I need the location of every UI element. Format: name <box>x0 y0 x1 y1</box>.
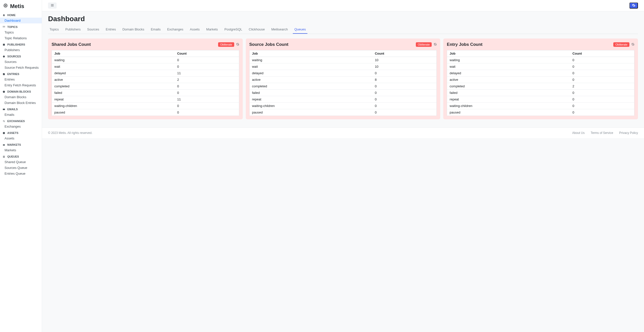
cell-count: 8 <box>372 77 437 83</box>
sidebar-item-assets[interactable]: Assets <box>0 135 42 141</box>
brand-text: Metis <box>10 3 24 10</box>
section-queues: QUEUES <box>0 153 42 159</box>
table-row: paused0 <box>447 109 634 116</box>
table-row: waiting-children0 <box>249 103 437 109</box>
tab-meilisearch[interactable]: Meilisearch <box>270 25 289 34</box>
table-row: failed0 <box>249 90 437 96</box>
tab-assets[interactable]: Assets <box>188 25 201 34</box>
tab-topics[interactable]: Topics <box>48 25 60 34</box>
sidebar-item-markets[interactable]: Markets <box>0 147 42 153</box>
cell-job: completed <box>52 83 175 90</box>
cell-job: wait <box>52 63 175 70</box>
obliterate-button[interactable]: Obliterate <box>613 42 629 47</box>
table-row: completed0 <box>52 83 239 90</box>
cell-job: waiting <box>52 57 175 63</box>
cell-count: 2 <box>175 77 239 83</box>
table-row: repeat0 <box>249 96 437 103</box>
cell-job: repeat <box>52 96 175 103</box>
svg-rect-11 <box>3 108 5 110</box>
cell-job: failed <box>447 90 570 96</box>
cell-count: 0 <box>372 90 437 96</box>
brand[interactable]: Metis <box>0 0 42 12</box>
section-publishers: PUBLISHERS <box>0 41 42 47</box>
svg-point-0 <box>5 5 6 6</box>
cell-count: 10 <box>372 63 437 70</box>
sidebar-item-domain-blocks[interactable]: Domain Blocks <box>0 94 42 100</box>
tab-exchanges[interactable]: Exchanges <box>166 25 185 34</box>
table-row: paused0 <box>52 109 239 116</box>
footer-link-about[interactable]: About Us <box>572 131 585 135</box>
sidebar-item-emails[interactable]: Emails <box>0 112 42 118</box>
tab-emails[interactable]: Emails <box>149 25 162 34</box>
cell-job: waiting-children <box>447 103 570 109</box>
cell-count: 11 <box>175 70 239 77</box>
sidebar-item-sources[interactable]: Sources <box>0 59 42 65</box>
table-row: wait10 <box>249 63 437 70</box>
sidebar-item-dashboard[interactable]: Dashboard <box>0 18 42 23</box>
obliterate-button[interactable]: Obliterate <box>416 42 432 47</box>
cell-count: 0 <box>570 70 634 77</box>
cell-job: delayed <box>447 70 570 77</box>
card-title: Entry Jobs Count <box>447 42 482 47</box>
svg-rect-15 <box>3 157 5 157</box>
footer-link-terms[interactable]: Terms of Service <box>591 131 613 135</box>
cell-job: active <box>249 77 372 83</box>
sidebar-item-sources-queue[interactable]: Sources Queue <box>0 165 42 171</box>
cell-count: 0 <box>570 57 634 63</box>
content: Dashboard TopicsPublishersSourcesEntries… <box>42 11 644 123</box>
settings-button[interactable] <box>629 3 638 9</box>
table-row: repeat11 <box>52 96 239 103</box>
table-row: failed0 <box>52 90 239 96</box>
sidebar-item-entry-fetch[interactable]: Entry Fetch Requests <box>0 82 42 88</box>
cell-count: 0 <box>570 77 634 83</box>
refresh-icon[interactable] <box>236 43 239 47</box>
cell-job: waiting-children <box>52 103 175 109</box>
col-job: Job <box>52 50 175 57</box>
svg-rect-4 <box>5 26 5 26</box>
section-home: HOME <box>0 12 42 18</box>
sidebar-item-publishers[interactable]: Publishers <box>0 47 42 53</box>
sidebar-item-topic-relations[interactable]: Topic Relations <box>0 35 42 41</box>
main: Dashboard TopicsPublishersSourcesEntries… <box>42 0 644 332</box>
svg-point-10 <box>3 91 5 93</box>
table-row: delayed11 <box>52 70 239 77</box>
table-row: repeat0 <box>447 96 634 103</box>
table-row: delayed0 <box>249 70 437 77</box>
cell-job: completed <box>447 83 570 90</box>
cell-count: 0 <box>372 103 437 109</box>
table-row: waiting-children0 <box>52 103 239 109</box>
obliterate-button[interactable]: Obliterate <box>218 42 234 47</box>
topbar <box>42 0 644 11</box>
cell-job: repeat <box>249 96 372 103</box>
cell-count: 0 <box>570 90 634 96</box>
footer-link-privacy[interactable]: Privacy Policy <box>619 131 638 135</box>
sidebar-item-shared-queue[interactable]: Shared Queue <box>0 159 42 165</box>
sidebar-item-source-fetch[interactable]: Source Fetch Requests <box>0 65 42 70</box>
sidebar-item-domain-block-entries[interactable]: Domain Block Entries <box>0 100 42 106</box>
col-job: Job <box>249 50 372 57</box>
cell-count: 0 <box>175 83 239 90</box>
tab-entries[interactable]: Entries <box>104 25 117 34</box>
sidebar-item-topics[interactable]: Topics <box>0 29 42 35</box>
tab-markets[interactable]: Markets <box>205 25 219 34</box>
footer-links: About Us Terms of Service Privacy Policy <box>572 131 638 135</box>
section-markets: MARKETS <box>0 141 42 147</box>
tab-queues[interactable]: Queues <box>293 25 307 34</box>
tab-sources[interactable]: Sources <box>86 25 101 34</box>
cell-count: 0 <box>372 96 437 103</box>
jobs-table: JobCountwaiting0wait0delayed0active0comp… <box>447 50 634 116</box>
section-sources: SOURCES <box>0 53 42 59</box>
tab-clickhouse[interactable]: Clickhouse <box>247 25 266 34</box>
sidebar-item-exchanges[interactable]: Exchanges <box>0 124 42 129</box>
table-row: waiting10 <box>249 57 437 63</box>
tab-domain-blocks[interactable]: Domain Blocks <box>121 25 146 34</box>
menu-toggle-button[interactable] <box>48 3 57 9</box>
tab-publishers[interactable]: Publishers <box>64 25 82 34</box>
jobs-table: JobCountwaiting0wait0delayed11active2com… <box>52 50 239 116</box>
tab-postgresql[interactable]: PostgreSQL <box>223 25 244 34</box>
sidebar-item-entries[interactable]: Entries <box>0 77 42 82</box>
refresh-icon[interactable] <box>434 43 437 47</box>
sidebar-item-entries-queue[interactable]: Entries Queue <box>0 171 42 176</box>
refresh-icon[interactable] <box>631 43 634 47</box>
cell-job: failed <box>52 90 175 96</box>
